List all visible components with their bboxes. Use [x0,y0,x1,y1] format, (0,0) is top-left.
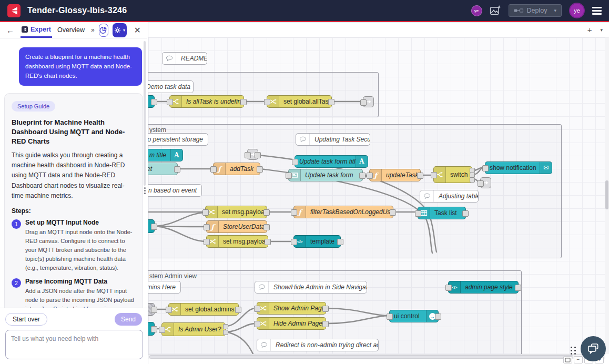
instance-title: Tender-Glossy-Ibis-3246 [27,6,127,15]
hamburger-menu-icon[interactable] [592,7,602,15]
tab-overview[interactable]: Overview [56,23,86,37]
user-message-bubble: Create a blueprint for a machine health … [19,47,142,86]
function-icon: ƒ [294,206,306,218]
comment-redirect-nonadmin[interactable]: Redirect is non-admin trying direct acce… [257,339,379,351]
node-admin-page-style[interactable]: </> admin page style [448,281,519,294]
flowfuse-logo-icon [7,4,21,17]
node-filtertask[interactable]: ƒ filterTaskBasedOnLoggedUser [293,206,393,218]
node-task-list[interactable]: Task list [418,207,466,219]
step-item: 1 Set up MQTT Input Node Drag an MQTT in… [12,219,136,272]
node-link-out-1[interactable] [363,96,374,107]
chat-scrollbar[interactable] [144,41,146,186]
comment-bubble-icon [296,134,310,145]
node-update-task-form-title[interactable]: Update task form title A [295,155,368,168]
comment-showhide-admin[interactable]: Show/Hide Admin in Side Navigation [255,281,367,294]
comment-admins-here[interactable]: mins Here [148,281,181,294]
node-is-admin-user[interactable]: Is Admin User? [161,322,226,336]
output-port[interactable] [223,324,228,329]
node-storeuserdata[interactable]: ƒ StoreUserData [206,220,267,233]
comment-adjusting-table[interactable]: Adjusting table [420,190,479,203]
change-icon [257,302,269,314]
change-icon [207,236,219,247]
node-update-task-form[interactable]: Update task form [288,169,363,181]
steps-label: Steps: [12,207,136,215]
canvas-hscrollbar[interactable] [148,354,605,359]
send-button[interactable]: Send [115,313,142,326]
canvas-vscrollbar[interactable] [605,37,609,354]
node-link-call[interactable] [247,149,258,160]
step-number: 1 [12,219,21,229]
node-set-global-alltask[interactable]: set global.allTask [267,95,332,108]
zoom-out-button[interactable]: − [574,356,583,363]
node-show-notification[interactable]: show notification ✉ [485,161,552,174]
deploy-button[interactable]: Deploy ▾ [509,4,562,17]
node-ticket[interactable]: ticket [148,163,178,175]
link-arrow-icon [365,98,372,105]
comment-readme[interactable]: README [162,52,207,65]
step-title: Set up MQTT Input Node [25,219,136,226]
group-demo-task-data[interactable] [148,72,379,117]
comment-save-task[interactable]: sk to persistent storage [148,133,208,146]
navigator-icon[interactable] [563,356,572,363]
code-icon: </> [449,281,461,293]
response-heading: Blueprint for Machine Health Dashboard U… [12,118,136,146]
assistant-chat-fab[interactable] [581,336,606,361]
chart-tool-button[interactable] [99,24,109,37]
node-edge-teal-3[interactable] [148,322,155,336]
node-edge-teal-2[interactable] [148,219,155,233]
node-set-msg-payload-1[interactable]: set msg.payload [205,206,267,218]
comment-bubble-icon [257,339,271,351]
change-icon [169,304,181,315]
assistant-toolbar: ← Expert Overview » ▾ ✕ [0,22,147,38]
node-show-admin-page[interactable]: Show Admin Page [257,302,326,315]
node-is-alltask-undefined[interactable]: Is allTask is undefined [169,95,244,108]
flow-canvas[interactable]: README Demo task data Is allTask is unde… [148,37,605,354]
help-input[interactable] [5,330,143,359]
node-hide-admin-page[interactable]: Hide Admin Page [257,317,326,330]
add-flow-icon[interactable]: + [587,25,592,34]
flow-list-caret-icon[interactable]: ▾ [600,27,603,33]
comment-updating-task-securely[interactable]: Updating Task Securely [296,133,370,146]
fab-drag-handle[interactable] [571,347,576,355]
node-ui-control[interactable]: ui control → [389,310,439,322]
gear-icon [114,27,121,34]
form-icon [289,169,301,181]
node-set-msg-payload-2[interactable]: set msg.payload [206,235,268,248]
step-body: Drag an MQTT input node onto the Node-RE… [25,228,136,272]
node-template[interactable]: </> template [293,235,341,248]
expert-logo-icon [22,26,28,33]
screenshot-ai-icon[interactable] [490,5,501,16]
node-addtask[interactable]: ƒ addTask [213,163,260,175]
app-header: Tender-Glossy-Ibis-3246 ye Deploy ▾ ye [0,0,609,22]
change-icon [257,318,269,329]
link-arrow-icon [482,179,489,186]
more-tabs-icon[interactable]: » [91,26,95,34]
back-arrow-icon[interactable]: ← [4,26,16,35]
node-set-global-admins[interactable]: set global.admins [168,303,239,316]
tab-expert-label: Expert [31,26,51,33]
start-over-button[interactable]: Start over [5,313,47,326]
comment-action-based-on-event[interactable]: action based on event [148,184,202,197]
mini-avatar[interactable]: ye [471,5,482,16]
step-title: Parse Incoming MQTT Data [25,278,136,285]
tab-expert[interactable]: Expert [21,23,52,38]
deploy-caret-icon[interactable]: ▾ [554,8,556,13]
node-form-title[interactable]: m title A [148,149,183,161]
step-number: 2 [12,278,21,288]
node-switch[interactable]: switch [433,166,472,183]
close-panel-icon[interactable]: ✕ [132,25,143,35]
deploy-node-icon [514,7,523,14]
output-port[interactable] [223,330,228,335]
change-icon [206,206,218,218]
comment-demo-task-data[interactable]: Demo task data [148,80,194,93]
comment-bubble-icon [255,281,269,293]
user-avatar[interactable]: ye [569,3,585,18]
settings-button[interactable]: ▾ [113,23,126,37]
output-port[interactable] [470,177,475,183]
node-link-out-2[interactable] [480,177,491,188]
node-disabled-inject[interactable] [148,303,155,316]
panel-resize-handle[interactable] [144,187,146,194]
node-edge-teal-1[interactable] [148,95,155,108]
node-updatetask[interactable]: ƒ updateTask [369,169,421,181]
envelope-icon: ✉ [540,162,552,174]
